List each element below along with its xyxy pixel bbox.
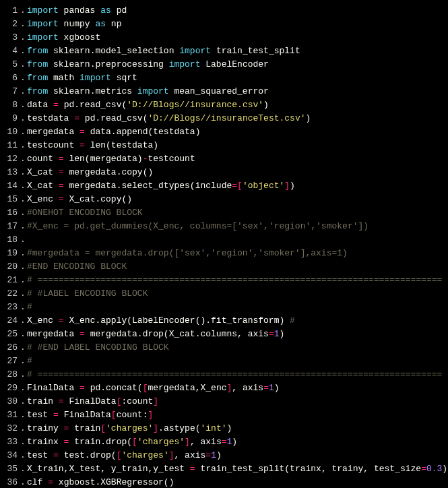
code-line[interactable]: 34.test = test.drop(['charges'], axis=1) <box>0 449 448 462</box>
code-content[interactable]: mergedata = mergedata.drop(X_cat.columns… <box>27 328 448 341</box>
code-line[interactable]: 3.import xgboost <box>0 31 448 44</box>
code-content[interactable]: testcount = len(testdata) <box>27 139 448 152</box>
token-op: = <box>59 315 64 326</box>
line-dot-icon: . <box>20 233 27 247</box>
code-line[interactable]: 1.import pandas as pd <box>0 4 448 18</box>
line-dot-icon: . <box>20 44 27 58</box>
token-op: = <box>263 383 269 393</box>
code-line[interactable]: 32.trainy = train['charges'].astype('int… <box>0 422 448 435</box>
code-content[interactable]: # #END LABEL ENCODING BLOCK <box>27 341 448 355</box>
code-content[interactable]: #END ENCODING BLOCK <box>27 260 448 274</box>
code-line[interactable]: 13.X_cat = mergedata.copy() <box>0 166 448 179</box>
line-dot-icon: . <box>20 31 27 44</box>
code-content[interactable]: #mergedata = mergedata.drop(['sex','regi… <box>27 247 448 260</box>
token-op: = <box>79 383 85 393</box>
code-line[interactable]: 28.# ===================================… <box>0 368 448 382</box>
code-content[interactable]: #ONEHOT ENCODING BLOCK <box>27 206 448 220</box>
code-content[interactable]: # ======================================… <box>27 368 448 382</box>
code-content[interactable]: test = FinalData[count:] <box>27 408 448 422</box>
code-line[interactable]: 17.#X_enc = pd.get_dummies(X_enc, column… <box>0 220 448 233</box>
token-cmt: #X_enc = pd.get_dummies(X_enc, columns=[… <box>27 221 369 231</box>
code-content[interactable]: clf = xgboost.XGBRegressor() <box>27 476 448 488</box>
token-ident: X_enc <box>27 194 59 204</box>
token-op: = <box>59 194 64 204</box>
token-ident: ) <box>263 100 269 110</box>
code-content[interactable]: X_enc = X_cat.copy() <box>27 193 448 206</box>
token-ident: len(testdata) <box>85 140 158 150</box>
code-line[interactable]: 2.import numpy as np <box>0 18 448 31</box>
code-line[interactable]: 35.X_train,X_test, y_train,y_test = trai… <box>0 462 448 476</box>
code-line[interactable]: 18. <box>0 233 448 247</box>
code-line[interactable]: 12.count = len(mergedata)-testcount <box>0 152 448 166</box>
line-number: 19 <box>0 247 20 260</box>
code-content[interactable]: # #LABEL ENCODING BLOCK <box>27 287 448 301</box>
code-content[interactable]: data = pd.read_csv('D://Blogs//insurance… <box>27 98 448 112</box>
code-content[interactable]: X_cat = mergedata.select_dtypes(include=… <box>27 179 448 193</box>
code-line[interactable]: 20.#END ENCODING BLOCK <box>0 260 448 274</box>
code-line[interactable]: 16.#ONEHOT ENCODING BLOCK <box>0 206 448 220</box>
token-kw: import <box>27 19 59 29</box>
token-op: ] <box>185 437 190 447</box>
code-line[interactable]: 30.train = FinalData[:count] <box>0 395 448 408</box>
code-line[interactable]: 7.from sklearn.metrics import mean_squar… <box>0 85 448 98</box>
code-line[interactable]: 26.# #END LABEL ENCODING BLOCK <box>0 341 448 355</box>
code-line[interactable]: 10.mergedata = data.append(testdata) <box>0 125 448 139</box>
code-content[interactable]: count = len(mergedata)-testcount <box>27 152 448 166</box>
code-line[interactable]: 27.# <box>0 355 448 368</box>
code-line[interactable]: 25.mergedata = mergedata.drop(X_cat.colu… <box>0 328 448 341</box>
code-content[interactable]: from sklearn.model_selection import trai… <box>27 44 448 58</box>
code-line[interactable]: 19.#mergedata = mergedata.drop(['sex','r… <box>0 247 448 260</box>
code-content[interactable]: X_cat = mergedata.copy() <box>27 166 448 179</box>
code-line[interactable]: 9.testdata = pd.read_csv('D://Blogs//ins… <box>0 112 448 125</box>
code-line[interactable]: 14.X_cat = mergedata.select_dtypes(inclu… <box>0 179 448 193</box>
code-content[interactable]: #X_enc = pd.get_dummies(X_enc, columns=[… <box>27 220 448 233</box>
code-content[interactable]: X_train,X_test, y_train,y_test = train_t… <box>27 462 448 476</box>
code-line[interactable]: 11.testcount = len(testdata) <box>0 139 448 152</box>
code-line[interactable]: 33.trainx = train.drop(['charges'], axis… <box>0 435 448 449</box>
line-number: 34 <box>0 449 20 462</box>
code-content[interactable]: import pandas as pd <box>27 4 448 18</box>
code-editor[interactable]: 1.import pandas as pd2.import numpy as n… <box>0 4 448 488</box>
token-ident: np <box>106 19 121 29</box>
code-content[interactable]: trainy = train['charges'].astype('int') <box>27 422 448 435</box>
code-line[interactable]: 4.from sklearn.model_selection import tr… <box>0 44 448 58</box>
token-cmt: # <box>290 315 295 326</box>
code-line[interactable]: 5.from sklearn.preprocessing import Labe… <box>0 58 448 71</box>
code-line[interactable]: 6.from math import sqrt <box>0 71 448 85</box>
code-content[interactable]: test = test.drop(['charges'], axis=1) <box>27 449 448 462</box>
code-content[interactable]: from sklearn.preprocessing import LabelE… <box>27 58 448 71</box>
line-number: 21 <box>0 274 20 287</box>
code-line[interactable]: 21.# ===================================… <box>0 274 448 287</box>
code-line[interactable]: 23.# <box>0 301 448 314</box>
code-content[interactable]: import numpy as np <box>27 18 448 31</box>
line-number: 20 <box>0 260 20 274</box>
code-line[interactable]: 29.FinalData = pd.concat([mergedata,X_en… <box>0 382 448 395</box>
line-dot-icon: . <box>20 260 27 274</box>
token-ident: ) <box>306 113 311 123</box>
line-number: 23 <box>0 301 20 314</box>
code-content[interactable]: FinalData = pd.concat([mergedata,X_enc],… <box>27 382 448 395</box>
token-ident: test.drop( <box>59 450 117 460</box>
code-content[interactable]: # ======================================… <box>27 274 448 287</box>
code-line[interactable]: 24.X_enc = X_enc.apply(LabelEncoder().fi… <box>0 314 448 328</box>
code-line[interactable]: 36.clf = xgboost.XGBRegressor() <box>0 476 448 488</box>
code-line[interactable]: 22.# #LABEL ENCODING BLOCK <box>0 287 448 301</box>
code-line[interactable]: 8.data = pd.read_csv('D://Blogs//insuran… <box>0 98 448 112</box>
code-content[interactable]: # <box>27 301 448 314</box>
code-line[interactable]: 15.X_enc = X_cat.copy() <box>0 193 448 206</box>
code-line[interactable]: 31.test = FinalData[count:] <box>0 408 448 422</box>
token-kw: import <box>79 73 111 83</box>
code-content[interactable]: import xgboost <box>27 31 448 44</box>
token-ident: FinalData <box>59 410 111 420</box>
code-content[interactable]: trainx = train.drop(['charges'], axis=1) <box>27 435 448 449</box>
code-content[interactable]: # <box>27 355 448 368</box>
code-content[interactable]: from math import sqrt <box>27 71 448 85</box>
line-number: 4 <box>0 44 20 58</box>
code-content[interactable]: train = FinalData[:count] <box>27 395 448 408</box>
code-content[interactable]: from sklearn.metrics import mean_squared… <box>27 85 448 98</box>
code-content[interactable]: testdata = pd.read_csv('D://Blogs//insur… <box>27 112 448 125</box>
code-content[interactable]: X_enc = X_enc.apply(LabelEncoder().fit_t… <box>27 314 448 328</box>
code-content[interactable]: mergedata = data.append(testdata) <box>27 125 448 139</box>
line-dot-icon: . <box>20 476 27 488</box>
line-dot-icon: . <box>20 435 27 449</box>
